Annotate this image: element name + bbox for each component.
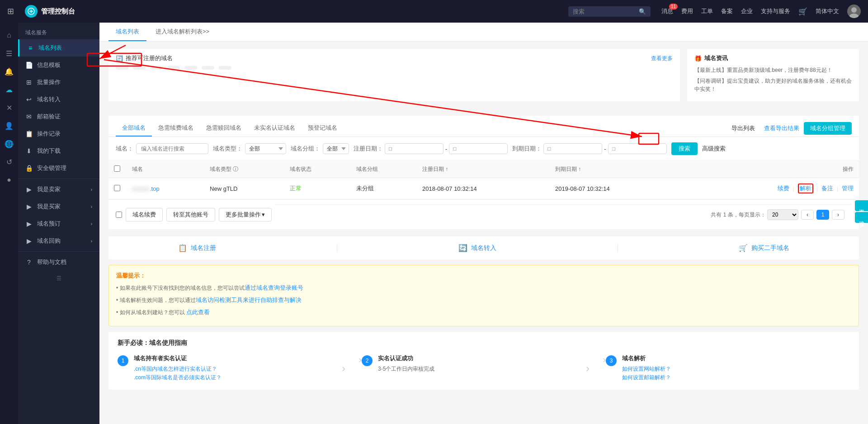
batch-transfer-btn[interactable]: 转至其他账号	[166, 208, 215, 221]
page-size-select[interactable]: 20 50 100	[767, 209, 798, 220]
action-renew[interactable]: 续费	[778, 185, 789, 192]
nav-enterprise[interactable]: 企业	[741, 7, 753, 15]
domain-name-link[interactable]: xxxxxx.top	[132, 185, 160, 192]
rec-domain-3[interactable]	[150, 66, 163, 70]
nav-item-email-verify[interactable]: ✉ 邮箱验证	[18, 108, 99, 125]
float-btn-consult[interactable]: 资询	[855, 200, 868, 211]
nav-item-seller[interactable]: ▶ 我是卖家 ›	[18, 181, 99, 198]
sidebar-icon-home[interactable]: ⌂	[1, 27, 17, 43]
filter-tab-renew[interactable]: 急需续费域名	[152, 120, 200, 137]
rec-domain-6[interactable]	[202, 66, 214, 70]
action-resolve[interactable]: 解析	[800, 185, 811, 192]
action-note[interactable]: 备注	[821, 185, 833, 192]
bottom-link-transfer[interactable]: 🔄 域名转入	[458, 244, 496, 252]
sidebar-icon-cross[interactable]: ✕	[1, 99, 17, 116]
nav-item-domain-buyback[interactable]: ▶ 域名回购 ›	[18, 232, 99, 250]
sidebar-icon-bell[interactable]: 🔔	[1, 63, 17, 80]
domain-group-manage-btn[interactable]: 域名分组管理	[804, 122, 852, 135]
sidebar-icon-cloud[interactable]: ☁	[1, 81, 17, 98]
filter-tab-all[interactable]: 全部域名	[116, 120, 152, 137]
nav-support[interactable]: 支持与服务	[761, 7, 790, 15]
tab-domain-list[interactable]: 域名列表	[108, 23, 146, 41]
nav-fees[interactable]: 费用	[681, 7, 693, 15]
bottom-link-buy-used[interactable]: 🛒 购买二手域名	[739, 244, 789, 252]
th-type: 域名类型 ⓘ	[204, 161, 284, 178]
search-btn[interactable]: 搜索	[671, 142, 698, 155]
tips-link-1[interactable]: 通过域名查询登录账号	[245, 284, 303, 291]
nav-arrow-buyer: ›	[91, 204, 92, 209]
nav-item-batch-ops[interactable]: ⊞ 批量操作	[18, 74, 99, 91]
select-all-checkbox[interactable]	[114, 165, 120, 172]
nav-collapse-btn[interactable]: ☰	[18, 271, 99, 286]
expiredate-end-input[interactable]	[608, 143, 667, 154]
guide-step-3: 3 域名解析 如何设置网站解析？ 如何设置邮箱解析？	[606, 354, 850, 382]
type-filter-select[interactable]: 全部 gTLD ccTLD New gTLD	[245, 143, 286, 154]
advanced-search-btn[interactable]: 高级搜索	[702, 145, 726, 153]
sidebar-icon-refresh[interactable]: ↺	[1, 154, 17, 170]
action-manage[interactable]: 管理	[842, 185, 854, 192]
content-area: 域名列表 进入域名解析列表>> 🔄 推荐可注册的域名	[99, 23, 868, 424]
nav-item-info-template[interactable]: 📄 信息模板	[18, 57, 99, 74]
row-checkbox[interactable]	[114, 185, 120, 191]
rec-domain-7[interactable]	[219, 66, 231, 70]
sidebar-icon-globe[interactable]: 🌐	[1, 136, 17, 152]
nav-item-domain-preorder[interactable]: ▶ 域名预订 ›	[18, 215, 99, 232]
step-link-3a[interactable]: 如何设置网站解析？	[622, 365, 841, 373]
regdate-end-input[interactable]	[449, 143, 508, 154]
group-filter-select[interactable]: 全部	[323, 143, 349, 154]
nav-filing[interactable]: 备案	[721, 7, 733, 15]
nav-item-domain-list[interactable]: ≡ 域名列表	[18, 39, 99, 57]
avatar[interactable]	[847, 5, 861, 18]
filter-tab-unverified[interactable]: 未实名认证域名	[248, 120, 302, 137]
rec-domain-2[interactable]	[133, 66, 146, 70]
nav-item-buyer[interactable]: ▶ 我是买家 ›	[18, 198, 99, 215]
cart-icon[interactable]: 🛒	[798, 7, 807, 16]
view-export-result-btn[interactable]: 查看导出结果	[760, 121, 804, 136]
group-filter-label: 域名分组：	[291, 145, 320, 153]
regdate-start-input[interactable]	[385, 143, 443, 154]
bottom-select-all[interactable]	[116, 212, 122, 218]
expiredate-start-input[interactable]	[543, 143, 602, 154]
more-batch-select[interactable]: 更多批量操作 ▾	[219, 208, 272, 221]
nav-item-help[interactable]: ? 帮助与文档	[18, 254, 99, 271]
language-switcher[interactable]: 简体中文	[816, 7, 839, 15]
float-btn-suggest[interactable]: 建议	[855, 212, 868, 223]
rec-domain-4[interactable]	[167, 66, 180, 70]
filter-tab-prereserve[interactable]: 预登记域名	[302, 120, 344, 137]
td-checkbox	[108, 178, 127, 199]
rec-domain-5[interactable]	[184, 66, 197, 70]
search-input[interactable]	[573, 8, 636, 15]
nav-item-safety-lock[interactable]: 🔒 安全锁管理	[18, 160, 99, 177]
search-icon[interactable]: 🔍	[639, 8, 646, 15]
nav-tickets[interactable]: 工单	[701, 7, 713, 15]
tips-link-3[interactable]: 点此查看	[186, 309, 210, 316]
page-1-btn[interactable]: 1	[816, 210, 829, 220]
sidebar-icon-dot[interactable]: ●	[1, 172, 17, 188]
sidebar-icon-list[interactable]: ☰	[1, 45, 17, 61]
rec-domain-1[interactable]	[116, 66, 128, 70]
step-link-1a[interactable]: .cn等国内域名怎样进行实名认证？	[134, 365, 329, 373]
export-list-btn[interactable]: 导出列表	[727, 121, 760, 136]
grid-icon[interactable]: ⊞	[7, 6, 14, 16]
nav-item-domain-transfer-in[interactable]: ↩ 域名转入	[18, 91, 99, 108]
domain-search-input[interactable]	[136, 143, 208, 154]
news-item-1: 【最新上线】重置品类新顶级域.beer，注册费年88元起！	[694, 66, 852, 74]
filter-tab-redeem[interactable]: 急需赎回域名	[200, 120, 248, 137]
nav-divider-1	[18, 179, 99, 179]
bottom-link-register[interactable]: 📋 域名注册	[178, 244, 216, 252]
nav-icon-transfer-in: ↩	[25, 96, 33, 103]
tab-dns-list[interactable]: 进入域名解析列表>>	[148, 23, 217, 41]
nav-icon-info-template: 📄	[25, 61, 33, 69]
recommend-more[interactable]: 查看更多	[651, 55, 673, 62]
step-link-3b[interactable]: 如何设置邮箱解析？	[622, 374, 841, 382]
regdate-filter-label: 注册日期：	[354, 145, 383, 153]
step-link-1b[interactable]: .com等国际域名是否必须实名认证？	[134, 374, 329, 382]
nav-item-downloads[interactable]: ⬇ 我的下载	[18, 142, 99, 160]
page-next-btn[interactable]: ›	[832, 210, 844, 220]
nav-item-op-log[interactable]: 📋 操作记录	[18, 125, 99, 142]
batch-renew-btn[interactable]: 域名续费	[126, 208, 163, 221]
page-prev-btn[interactable]: ‹	[801, 210, 814, 220]
nav-messages[interactable]: 消息 11	[661, 7, 673, 15]
sidebar-icon-user[interactable]: 👤	[1, 118, 17, 134]
tips-link-2[interactable]: 域名访问检测工具来进行自助排查与解决	[196, 297, 302, 303]
